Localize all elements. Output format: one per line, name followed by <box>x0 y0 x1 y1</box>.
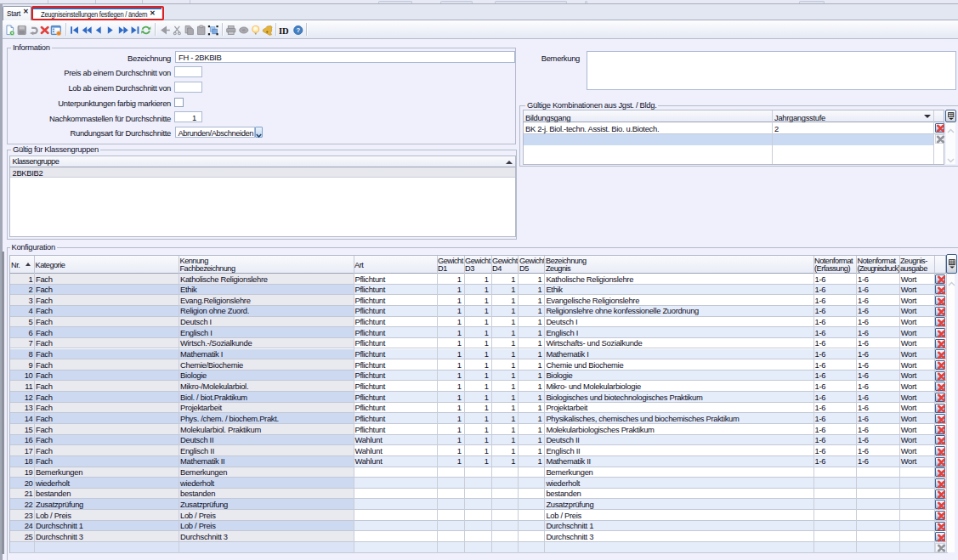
svg-text:?: ? <box>296 26 300 34</box>
